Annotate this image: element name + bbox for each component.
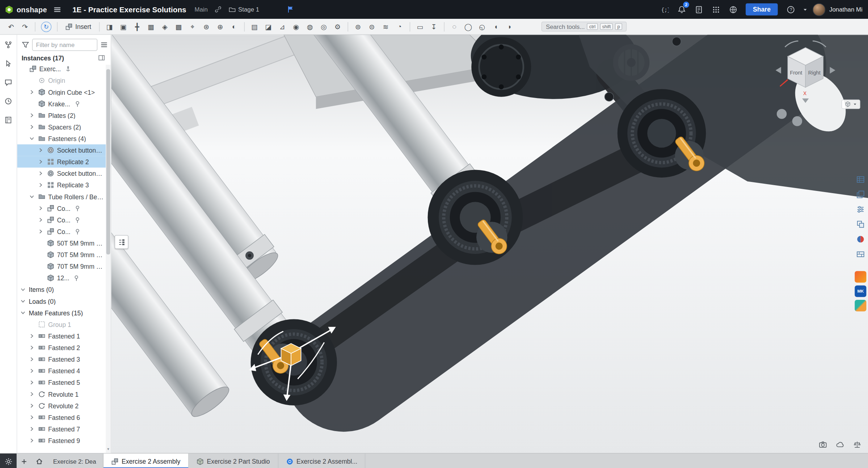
display-states-icon[interactable]: ◐ bbox=[227, 21, 241, 33]
circular-pattern-icon[interactable]: ◈ bbox=[158, 21, 172, 33]
chevron-down-icon[interactable] bbox=[20, 286, 27, 293]
chevron-right-icon[interactable] bbox=[28, 403, 35, 409]
configurations-icon[interactable]: ⚙ bbox=[331, 21, 344, 33]
list-view-icon[interactable] bbox=[100, 41, 108, 48]
chevron-right-icon[interactable] bbox=[28, 124, 35, 130]
tree-item-fastened-7[interactable]: Fastened 7 bbox=[17, 423, 110, 435]
redo-icon[interactable]: ↷ bbox=[18, 21, 31, 33]
tree-item-group-1[interactable]: Group 1 bbox=[17, 319, 110, 330]
cam-mate-icon[interactable]: ◔ bbox=[393, 21, 406, 33]
settings-gear-button[interactable] bbox=[0, 454, 17, 468]
avatar[interactable] bbox=[813, 3, 825, 16]
insert-button[interactable]: Insert bbox=[61, 23, 96, 30]
chevron-right-icon[interactable] bbox=[28, 379, 35, 386]
search-tools[interactable]: Search tools... ctrl shift p bbox=[542, 22, 627, 32]
chevron-down-icon[interactable] bbox=[20, 310, 27, 316]
rack-mate-icon[interactable]: ≋ bbox=[379, 21, 392, 33]
bom-panel-icon[interactable] bbox=[854, 173, 867, 186]
export-icon[interactable]: ↧ bbox=[427, 21, 441, 33]
spotlight-icon[interactable]: ◌ bbox=[448, 21, 461, 33]
chevron-down-icon[interactable] bbox=[28, 193, 35, 200]
tree-item-items-0[interactable]: Items (0) bbox=[17, 284, 110, 295]
view-cube-widget[interactable]: Front Right X bbox=[773, 39, 860, 110]
tree-item-tube-rollers-belt[interactable]: Tube Rollers / Belt... bbox=[17, 191, 110, 203]
tree-item-socket-button-h[interactable]: Socket button h... bbox=[17, 167, 110, 179]
view-options-button[interactable] bbox=[842, 99, 860, 109]
silhouette-icon[interactable]: ◯ bbox=[462, 21, 475, 33]
scrollbar-thumb[interactable] bbox=[106, 69, 110, 254]
snapshot-icon[interactable] bbox=[817, 439, 828, 450]
linear-pattern-icon[interactable]: ▦ bbox=[144, 21, 158, 33]
tree-item-fastened-2[interactable]: Fastened 2 bbox=[17, 342, 110, 353]
chevron-right-icon[interactable] bbox=[28, 391, 35, 397]
tree-item-fastened-4[interactable]: Fastened 4 bbox=[17, 365, 110, 376]
rotate-left-arrow[interactable] bbox=[776, 67, 781, 73]
sidebar-scrollbar[interactable]: ▾ bbox=[106, 65, 111, 453]
notebook-panel-icon[interactable] bbox=[2, 115, 14, 126]
tree-item-12[interactable]: 12... bbox=[17, 272, 110, 284]
release-notes-icon[interactable] bbox=[692, 3, 705, 16]
language-globe-icon[interactable] bbox=[726, 3, 740, 16]
copies-panel-icon[interactable] bbox=[854, 188, 867, 200]
tree-item-70t-5m-9mm-w[interactable]: 70T 5M 9mm W... bbox=[17, 249, 110, 260]
tab-exercise-2-part-studio[interactable]: Exercise 2 Part Studio bbox=[189, 454, 278, 468]
measure-icon[interactable]: ⊿ bbox=[275, 21, 289, 33]
app-icon-gradient[interactable] bbox=[855, 300, 866, 311]
named-views-panel-icon[interactable] bbox=[854, 218, 867, 230]
tree-item-70t-5m-9mm-w[interactable]: 70T 5M 9mm W... bbox=[17, 260, 110, 272]
tree-item-loads-0[interactable]: Loads (0) bbox=[17, 295, 110, 307]
rotate-right-arrow[interactable] bbox=[830, 67, 835, 73]
filter-icon[interactable] bbox=[22, 41, 29, 48]
tree-item-fastened-5[interactable]: Fastened 5 bbox=[17, 376, 110, 388]
chevron-right-icon[interactable] bbox=[28, 333, 35, 339]
mate-icon[interactable]: ◨ bbox=[103, 21, 116, 33]
assembly-canvas[interactable] bbox=[111, 35, 868, 453]
hole-icon[interactable]: ◎ bbox=[317, 21, 330, 33]
undo-icon[interactable]: ↶ bbox=[4, 21, 18, 33]
gear-mate-icon[interactable]: ⊜ bbox=[365, 21, 379, 33]
tab-exercise-2-assembly[interactable]: Exercise 2 Assembly bbox=[103, 454, 189, 468]
tree-item-fastened-1[interactable]: Fastened 1 bbox=[17, 330, 110, 342]
update-linked-documents-icon[interactable]: ↻ bbox=[41, 21, 51, 32]
notifications-bell-icon[interactable]: 2 bbox=[675, 3, 688, 16]
pulley-middle[interactable] bbox=[428, 170, 523, 265]
lens-right-icon[interactable]: ◗ bbox=[503, 21, 517, 33]
tree-item-exerc[interactable]: Exerc... bbox=[17, 63, 110, 75]
appearance-panel-icon[interactable] bbox=[854, 233, 867, 245]
tree-item-origin-cube-1[interactable]: Origin Cube <1> bbox=[17, 86, 110, 98]
tree-item-fasteners-4[interactable]: Fasteners (4) bbox=[17, 133, 110, 144]
tree-item-co[interactable]: Co... bbox=[17, 214, 110, 226]
tree-item-spacers-2[interactable]: Spacers (2) bbox=[17, 121, 110, 133]
chevron-right-icon[interactable] bbox=[28, 368, 35, 374]
panel-toggle-icon[interactable] bbox=[98, 54, 105, 61]
section-view-icon[interactable]: ◪ bbox=[262, 21, 275, 33]
help-icon[interactable]: ? bbox=[784, 3, 797, 16]
chevron-right-icon[interactable] bbox=[28, 438, 35, 444]
bom-icon[interactable]: ▤ bbox=[248, 21, 261, 33]
tree-item-co[interactable]: Co... bbox=[17, 203, 110, 214]
main-menu-icon[interactable] bbox=[51, 3, 64, 16]
tree-item-origin[interactable]: Origin bbox=[17, 75, 110, 86]
drawing-icon[interactable]: ▭ bbox=[413, 21, 427, 33]
chevron-right-icon[interactable] bbox=[28, 426, 35, 432]
tree-item-socket-button-h[interactable]: Socket button h... bbox=[17, 144, 110, 156]
chevron-right-icon[interactable] bbox=[28, 356, 35, 362]
3d-viewport[interactable]: Front Right X MK bbox=[111, 35, 868, 453]
filter-input[interactable] bbox=[32, 39, 97, 51]
version-stage[interactable]: Stage 1 bbox=[229, 6, 259, 13]
chevron-right-icon[interactable] bbox=[37, 182, 44, 188]
chevron-right-icon[interactable] bbox=[37, 229, 44, 235]
orbit-ccw-arrow[interactable] bbox=[785, 41, 799, 47]
add-tab-button[interactable] bbox=[17, 454, 31, 468]
chevron-right-icon[interactable] bbox=[28, 345, 35, 351]
orbit-tool-icon[interactable]: ◵ bbox=[475, 21, 489, 33]
branch-panel-icon[interactable] bbox=[2, 39, 14, 51]
app-icon-mk[interactable]: MK bbox=[855, 285, 866, 297]
configuration-panel-icon[interactable] bbox=[854, 203, 867, 215]
share-button[interactable]: Share bbox=[746, 3, 778, 16]
chevron-down-icon[interactable] bbox=[20, 298, 27, 304]
material-panel-icon[interactable] bbox=[854, 248, 867, 260]
tree-item-fastened-9[interactable]: Fastened 9 bbox=[17, 435, 110, 446]
history-panel-icon[interactable] bbox=[2, 96, 14, 107]
help-menu-caret-icon[interactable] bbox=[801, 3, 809, 16]
